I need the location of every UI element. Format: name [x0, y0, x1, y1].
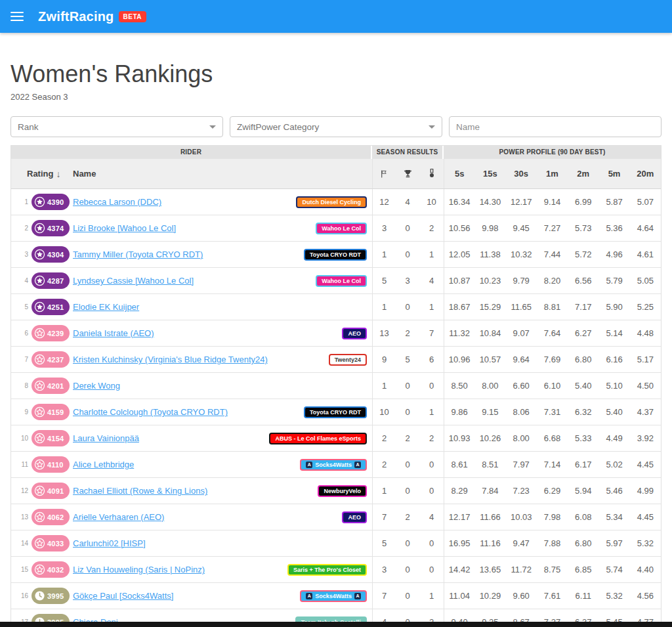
power-value: 6.11 — [568, 583, 598, 609]
power-value: 4.45 — [630, 452, 661, 477]
rating-badge: 4159 — [32, 404, 70, 420]
team-badge[interactable]: NewburyVelo — [318, 485, 367, 497]
power-value: 6.60 — [506, 373, 537, 399]
rank-number: 10 — [20, 435, 28, 442]
power-value: 6.10 — [537, 373, 568, 399]
season-result-value: 0 — [396, 399, 419, 425]
rider-name-link[interactable]: Arielle Verhaaren (AEO) — [73, 512, 164, 522]
menu-icon[interactable] — [10, 12, 24, 21]
rating-value: 4159 — [47, 408, 64, 416]
power-value: 8.81 — [537, 294, 568, 320]
rider-name-link[interactable]: Alice Lethbridge — [73, 460, 134, 469]
rider-name-link[interactable]: Carlunchi02 [HISP] — [73, 538, 146, 548]
table-row: 5 4251 Elodie EK Kuijper 1 0 1 18.67 15.… — [11, 294, 661, 320]
rating-value: 4374 — [47, 225, 64, 232]
team-badge-label: AEO — [348, 514, 361, 521]
column-header-30s: 30s — [506, 169, 537, 179]
beta-badge: BETA — [119, 11, 146, 22]
power-value: 5.25 — [630, 294, 661, 320]
power-value: 7.31 — [537, 399, 568, 425]
name-filter-input[interactable] — [456, 122, 654, 132]
rating-badge: 4091 — [32, 483, 70, 499]
category-select[interactable]: ZwiftPower Category — [230, 116, 442, 137]
rider-name-link[interactable]: Elodie EK Kuijper — [73, 302, 139, 312]
power-value: 4.48 — [630, 320, 661, 346]
table-row: 4 4287 Lyndsey Cassie [Wahoo Le Col] Wah… — [11, 268, 661, 294]
team-badge[interactable]: Twenty24 — [329, 354, 367, 366]
team-badge[interactable]: AEO — [342, 511, 367, 523]
team-badge[interactable]: Toyota CRYO RDT — [304, 406, 367, 418]
season-result-value: 0 — [396, 294, 419, 320]
chevron-down-icon — [209, 125, 216, 129]
team-badge[interactable]: Toyota CRYO RDT — [304, 249, 367, 261]
brand-logo[interactable]: ZwiftRacing BETA — [38, 9, 146, 24]
rating-cell: 4 4287 — [11, 272, 73, 289]
season-result-value: 2 — [396, 504, 419, 530]
rider-name-link[interactable]: Daniela Istrate (AEO) — [73, 328, 154, 338]
team-badge[interactable]: Dutch Diesel Cycling — [296, 196, 367, 208]
rider-name-link[interactable]: Rebecca Larson (DDC) — [73, 197, 161, 207]
power-value: 10.29 — [474, 583, 505, 609]
team-badge[interactable]: AEO — [342, 328, 367, 339]
power-value: 4.61 — [630, 242, 661, 267]
season-result-value: 0 — [396, 373, 419, 399]
table-row: 7 4237 Kristen Kulchinsky (Virginia's Bl… — [11, 347, 661, 373]
power-value: 7.88 — [537, 530, 568, 556]
name-cell: Gökçe Paul [Socks4Watts] A Socks4Watts A — [73, 583, 372, 609]
team-badge[interactable]: Wahoo Le Col — [316, 223, 367, 234]
team-badge[interactable]: A Socks4Watts A — [300, 459, 367, 471]
team-badge-label: Toyota CRYO RDT — [310, 251, 361, 258]
rating-badge: 4390 — [32, 194, 70, 210]
power-value: 6.08 — [568, 504, 598, 530]
name-filter — [449, 116, 662, 137]
name-cell: Arielle Verhaaren (AEO) AEO — [73, 504, 372, 530]
rank-select[interactable]: Rank — [10, 116, 223, 137]
power-value: 5.32 — [630, 530, 661, 556]
rank-number: 4 — [20, 277, 28, 284]
rider-name-link[interactable]: Laura Vainionpää — [73, 433, 139, 443]
power-value: 7.23 — [506, 478, 537, 504]
power-value: 10.03 — [506, 504, 537, 530]
rider-name-link[interactable]: Charlotte Colclough (Toyota CRYO RDT) — [73, 407, 228, 417]
rider-name-link[interactable]: Tammy Miller (Toyota CRYO RDT) — [73, 249, 203, 259]
rating-value: 4239 — [47, 330, 64, 337]
rating-cell: 3 4304 — [11, 246, 73, 263]
rating-cell: 8 4201 — [11, 378, 73, 394]
rating-cell: 6 4239 — [11, 325, 73, 341]
rider-name-link[interactable]: Liz Van Houweling (Saris | NoPinz) — [73, 565, 205, 574]
power-value: 10.87 — [444, 268, 474, 293]
rider-name-link[interactable]: Derek Wong — [73, 381, 120, 391]
rider-name-link[interactable]: Gökçe Paul [Socks4Watts] — [73, 591, 173, 601]
season-result-value: 2 — [419, 215, 444, 241]
table-row: 15 4032 Liz Van Houweling (Saris | NoPin… — [11, 557, 661, 583]
power-value: 16.34 — [444, 189, 474, 215]
team-badge[interactable]: Wahoo Le Col — [316, 275, 367, 287]
team-badge-label: Saris + The Pro's Closet — [293, 567, 361, 573]
season-result-value: 1 — [372, 373, 396, 399]
power-value: 8.50 — [444, 373, 474, 399]
rider-name-link[interactable]: Lyndsey Cassie [Wahoo Le Col] — [73, 276, 194, 286]
rider-name-link[interactable]: Rachael Elliott (Rowe & King Lions) — [73, 486, 207, 496]
rating-cell: 15 4032 — [11, 561, 73, 578]
power-value: 8.00 — [474, 373, 505, 399]
power-value: 12.17 — [506, 189, 537, 215]
name-cell: Rebecca Larson (DDC) Dutch Diesel Cyclin… — [73, 189, 372, 215]
team-badge[interactable]: Saris + The Pro's Closet — [287, 564, 367, 576]
rider-name-link[interactable]: Lizi Brooke [Wahoo Le Col] — [73, 223, 176, 233]
table-row: 16 3995 Gökçe Paul [Socks4Watts] A Socks… — [11, 583, 661, 609]
season-result-value: 0 — [419, 373, 444, 399]
rider-name-link[interactable]: Kristen Kulchinsky (Virginia's Blue Ridg… — [73, 355, 268, 364]
team-badge[interactable]: ABUS - Le Col Flames eSports — [269, 433, 367, 444]
season-result-value: 1 — [419, 583, 444, 609]
horizontal-scrollbar[interactable] — [0, 622, 672, 627]
power-value: 5.94 — [568, 478, 598, 504]
column-header-rating[interactable]: Rating ↓ — [11, 169, 73, 179]
power-value: 6.80 — [568, 347, 598, 372]
rating-cell: 16 3995 — [11, 588, 73, 604]
team-badge[interactable]: A Socks4Watts A — [300, 590, 367, 602]
name-cell: Laura Vainionpää ABUS - Le Col Flames eS… — [73, 425, 372, 451]
column-header-20m: 20m — [630, 169, 661, 179]
rating-cell: 7 4237 — [11, 351, 73, 368]
name-cell: Charlotte Colclough (Toyota CRYO RDT) To… — [73, 399, 372, 425]
rating-value: 4110 — [47, 461, 64, 469]
